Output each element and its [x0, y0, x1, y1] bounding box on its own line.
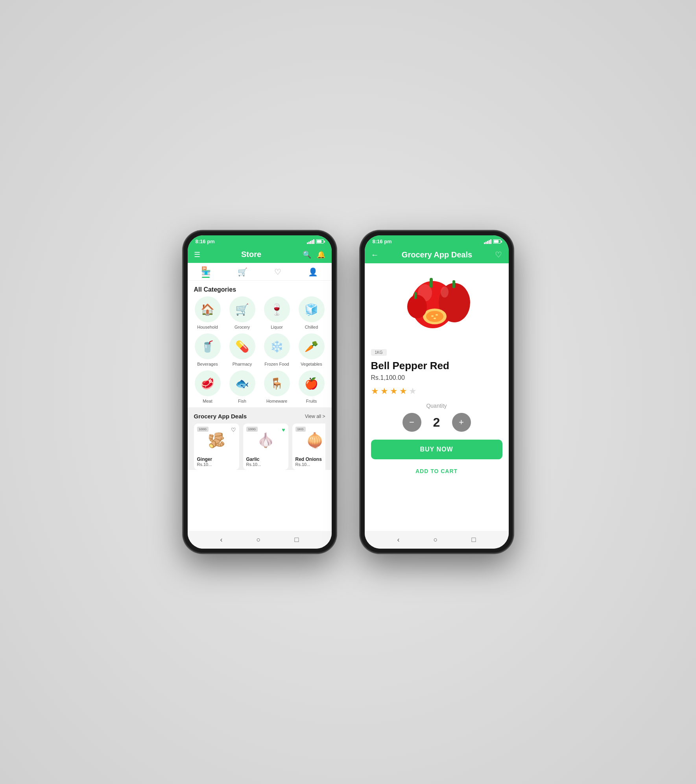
- meat-label: Meat: [203, 399, 212, 403]
- back-gesture-right[interactable]: ‹: [397, 536, 400, 544]
- recent-gesture-right[interactable]: □: [472, 536, 476, 544]
- heart-tab-icon: ♡: [274, 267, 281, 277]
- svg-point-7: [431, 315, 434, 317]
- onions-name: Red Onions: [295, 457, 325, 462]
- categories-grid: 🏠 Household 🛒 Grocery 🍷 Liquor 🧊 Chilled: [188, 296, 332, 407]
- tab-profile[interactable]: 👤: [308, 267, 318, 277]
- category-chilled[interactable]: 🧊 Chilled: [296, 296, 327, 329]
- gesture-bar-right: ‹ ○ □: [365, 531, 509, 549]
- size-badge: 1KG: [371, 349, 387, 356]
- fish-icon: 🐟: [229, 370, 255, 396]
- svg-point-9: [434, 318, 436, 319]
- recent-gesture[interactable]: □: [295, 536, 299, 544]
- deals-title: Grocery App Deals: [194, 413, 247, 420]
- garlic-badge: 100G: [246, 427, 258, 432]
- category-beverages[interactable]: 🥤 Beverages: [192, 333, 223, 366]
- product-name: Bell Pepper Red: [371, 360, 502, 372]
- star-4: ★: [399, 386, 407, 396]
- category-household[interactable]: 🏠 Household: [192, 296, 223, 329]
- status-bar-right: 8:16 pm: [365, 235, 509, 246]
- garlic-heart[interactable]: ♥: [282, 427, 285, 433]
- grocery-icon: 🛒: [229, 296, 255, 322]
- profile-tab-icon: 👤: [308, 267, 318, 277]
- deal-card-onions[interactable]: 1KG ♡ 🧅 Red Onions Rs.10...: [292, 423, 325, 470]
- fruits-icon: 🍎: [299, 370, 325, 396]
- deals-header: Grocery App Deals View all >: [194, 413, 325, 420]
- battery-icon: [316, 239, 324, 244]
- homeware-label: Homeware: [266, 399, 287, 403]
- star-1: ★: [371, 386, 379, 396]
- hamburger-icon[interactable]: ☰: [194, 250, 200, 259]
- header-icons: 🔍 🔔: [303, 250, 325, 259]
- gesture-bar-left: ‹ ○ □: [188, 531, 332, 549]
- tab-wishlist[interactable]: ♡: [274, 267, 281, 277]
- all-categories-title: All Categories: [188, 281, 332, 296]
- bell-icon[interactable]: 🔔: [317, 250, 325, 259]
- fruits-label: Fruits: [306, 399, 317, 403]
- meat-icon: 🥩: [195, 370, 221, 396]
- vegetables-icon: 🥕: [299, 333, 325, 359]
- signal-icon-right: [484, 239, 491, 244]
- wishlist-button[interactable]: ♡: [495, 250, 502, 259]
- category-fruits[interactable]: 🍎 Fruits: [296, 370, 327, 403]
- chilled-icon: 🧊: [299, 296, 325, 322]
- home-gesture[interactable]: ○: [257, 536, 261, 544]
- back-button[interactable]: ←: [371, 250, 379, 259]
- deals-section: Grocery App Deals View all > 100G ♡ 🫚 Gi…: [188, 407, 332, 470]
- product-image-container: [365, 263, 509, 342]
- grocery-label: Grocery: [234, 325, 250, 329]
- store-tab-icon: 🏪: [201, 266, 211, 276]
- category-fish[interactable]: 🐟 Fish: [227, 370, 258, 403]
- category-pharmacy[interactable]: 💊 Pharmacy: [227, 333, 258, 366]
- category-homeware[interactable]: 🪑 Homeware: [262, 370, 292, 403]
- status-icons-right: [484, 239, 501, 244]
- household-icon: 🏠: [195, 296, 221, 322]
- frozen-icon: ❄️: [264, 333, 290, 359]
- tab-cart[interactable]: 🛒: [238, 267, 247, 277]
- category-frozen[interactable]: ❄️ Frozen Food: [262, 333, 292, 366]
- svg-rect-4: [452, 280, 455, 288]
- quantity-control: − 2 +: [371, 413, 502, 432]
- tab-store[interactable]: 🏪: [201, 266, 211, 278]
- deal-card-ginger[interactable]: 100G ♡ 🫚 Ginger Rs.10...: [194, 423, 239, 470]
- deal-card-garlic[interactable]: 100G ♥ 🧄 Garlic Rs.10...: [243, 423, 288, 470]
- bell-pepper-image: [397, 269, 476, 336]
- ginger-heart[interactable]: ♡: [231, 427, 236, 433]
- onions-price: Rs.10...: [295, 462, 325, 467]
- decrease-quantity-button[interactable]: −: [402, 413, 421, 432]
- svg-point-8: [436, 314, 438, 316]
- signal-icon: [307, 239, 314, 244]
- time-right: 8:16 pm: [373, 239, 392, 244]
- category-meat[interactable]: 🥩 Meat: [192, 370, 223, 403]
- product-price: Rs.1,100.00: [371, 374, 502, 381]
- search-icon[interactable]: 🔍: [303, 250, 311, 259]
- rating-stars: ★ ★ ★ ★ ★: [371, 386, 502, 396]
- deals-row: 100G ♡ 🫚 Ginger Rs.10... 100G ♥ 🧄 Garlic…: [194, 423, 325, 470]
- store-header: ☰ Store 🔍 🔔: [188, 246, 332, 263]
- garlic-name: Garlic: [246, 457, 285, 462]
- battery-icon-right: [493, 239, 501, 244]
- category-grocery[interactable]: 🛒 Grocery: [227, 296, 258, 329]
- home-gesture-right[interactable]: ○: [434, 536, 438, 544]
- fish-label: Fish: [238, 399, 246, 403]
- increase-quantity-button[interactable]: +: [452, 413, 471, 432]
- category-vegetables[interactable]: 🥕 Vegetables: [296, 333, 327, 366]
- product-header-title: Grocery App Deals: [402, 250, 472, 259]
- view-all-link[interactable]: View all >: [305, 414, 325, 419]
- category-liquor[interactable]: 🍷 Liquor: [262, 296, 292, 329]
- star-5: ★: [409, 386, 417, 396]
- beverages-icon: 🥤: [195, 333, 221, 359]
- add-to-cart-button[interactable]: ADD TO CART: [371, 465, 502, 477]
- quantity-label: Quantity: [371, 403, 502, 409]
- phone-product: 8:16 pm ← Grocery App Deals ♡: [360, 231, 513, 553]
- onions-badge: 1KG: [295, 427, 306, 432]
- back-gesture[interactable]: ‹: [220, 536, 223, 544]
- ginger-badge: 100G: [197, 427, 209, 432]
- pharmacy-label: Pharmacy: [233, 362, 252, 366]
- tab-bar: 🏪 🛒 ♡ 👤: [188, 263, 332, 281]
- star-3: ★: [390, 386, 398, 396]
- cart-tab-icon: 🛒: [238, 267, 247, 277]
- product-header: ← Grocery App Deals ♡: [365, 246, 509, 263]
- buy-now-button[interactable]: BUY NOW: [371, 440, 502, 459]
- homeware-icon: 🪑: [264, 370, 290, 396]
